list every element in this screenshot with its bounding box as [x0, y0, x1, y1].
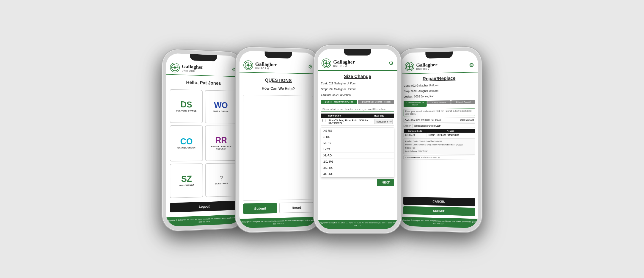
garment-table: Garment Code Reason 15183770 Repair - Be… — [403, 129, 475, 137]
notch-3 — [344, 49, 371, 56]
size-option-xl[interactable]: XL-RG — [321, 153, 394, 159]
footer-text-3: Copyright © Gallagher, Inc. 2023. All ri… — [319, 222, 396, 227]
phone-1: Gallagher UNIFORM ⚙ Hello, Pat Jones DS … — [162, 49, 245, 231]
email-label: Email: * — [404, 125, 412, 127]
footer-text-4: Copyright © Gallagher, Inc. 2023. All ri… — [402, 219, 476, 225]
menu-item-co[interactable]: CO CANCEL ORDER — [170, 125, 203, 161]
date-label: Date: 2/15/24 — [460, 119, 474, 121]
email-row: Email: * — [404, 124, 475, 128]
menu-item-ds[interactable]: DS DELIVERY STATUS — [170, 89, 203, 123]
description-cell: Shirt CS Snag-Proof Polo LS White RNT DG… — [327, 118, 373, 126]
screen-4-content: Repair/Replace Cust: 022 Gallagher Unifo… — [400, 73, 478, 219]
svg-point-7 — [408, 65, 411, 68]
menu-item-sz[interactable]: SZ SIZE CHANGE — [170, 164, 203, 198]
product-checkbox[interactable] — [322, 119, 326, 122]
menu-item-questions[interactable]: ? QUESTIONS — [205, 163, 238, 197]
logo-4: Gallagher UNIFORM — [404, 61, 437, 72]
reset-button[interactable]: Reset — [279, 202, 313, 213]
plus-icon: + — [405, 156, 406, 158]
logo-text-2: Gallagher UNIFORM — [255, 62, 277, 70]
size-option-m[interactable]: M-RG — [321, 140, 394, 146]
logo-text-1: Gallagher UNIFORM — [182, 64, 203, 73]
phone-3: Gallagher UNIFORM ⚙ Size Change Cust: 02… — [314, 45, 401, 233]
co-abbr: CO — [180, 137, 193, 146]
size-option-xs[interactable]: XS-RG — [321, 128, 394, 134]
logout-button[interactable]: Logout — [170, 201, 238, 212]
gallagher-logo-4 — [404, 62, 414, 72]
submit-button-4[interactable]: SUBMIT — [403, 206, 475, 216]
email-input[interactable] — [412, 124, 475, 128]
gallagher-logo-1 — [170, 62, 180, 73]
phone-2-screen: Gallagher UNIFORM ⚙ QUESTIONS How Can We… — [239, 51, 317, 228]
greeting-text: Hello, Pat Jones — [170, 79, 236, 87]
svg-point-5 — [325, 62, 328, 65]
questions-subtitle: How Can We Help? — [243, 86, 313, 91]
questions-btn-row: Submit Reset — [243, 202, 313, 214]
size-option-l[interactable]: L-RG — [321, 146, 394, 153]
notch-4 — [425, 52, 453, 59]
size-option-s[interactable]: S-RG — [321, 134, 394, 140]
questions-label: QUESTIONS — [215, 182, 228, 185]
notch-2 — [265, 52, 292, 59]
step-4-1: 1 Select Garments for Repair — [404, 101, 427, 107]
settings-icon-3[interactable]: ⚙ — [389, 60, 394, 67]
next-button[interactable]: NEXT — [377, 179, 394, 186]
logo-uniform-2: UNIFORM — [255, 67, 277, 70]
gallagher-logo-2 — [243, 60, 253, 70]
size-option-3xl[interactable]: 3XL-RG — [321, 165, 394, 171]
logo-2: Gallagher UNIFORM — [243, 60, 277, 71]
questions-textarea[interactable] — [243, 95, 313, 201]
gallagher-logo-3 — [321, 58, 332, 68]
action-buttons: CANCEL SUBMIT — [403, 197, 475, 216]
step-2: 2 Submit Size Change Request — [358, 100, 394, 104]
stop-row-4: Stop: 999 Gallagher Uniform — [404, 88, 475, 94]
step-4-2: 2 Verify Request — [427, 100, 450, 104]
logo-uniform-4: UNIFORM — [416, 68, 438, 70]
garment-detail: Product Code: CS410LS-White-RNT-022 Prod… — [403, 138, 475, 154]
cust-row: Cust: 022 Gallagher Uniform — [321, 81, 394, 86]
menu-item-wo[interactable]: WO WORK ORDER — [205, 90, 237, 123]
screen-2-content: QUESTIONS How Can We Help? Submit Reset — [239, 73, 317, 219]
steps-bar-4: 1 Select Garments for Repair 2 Verify Re… — [404, 100, 475, 107]
cancel-button[interactable]: CANCEL — [403, 197, 475, 206]
product-code-detail: Product Code: CS410LS-White-RNT-022 — [405, 140, 473, 143]
cust-row-4: Cust: 022 Gallagher Uniform — [404, 83, 475, 88]
locker-row-4: Locker: 0002 Jones, Pat — [404, 94, 475, 99]
phone-4-screen: Gallagher UNIFORM ⚙ Repair/Replace Cust:… — [400, 51, 478, 228]
submit-button[interactable]: Submit — [243, 203, 277, 214]
logo-name-2: Gallagher — [255, 62, 277, 68]
stop-row: Stop: 999 Gallagher Uniform — [321, 87, 394, 92]
settings-icon-4[interactable]: ⚙ — [469, 62, 474, 69]
logo-uniform-3: UNIFORM — [333, 65, 355, 68]
garment-code-header: Garment Code — [404, 129, 427, 133]
sz-label: SIZE CHANGE — [179, 184, 194, 187]
rr-label: REPAIR / REPLACE REQUEST — [208, 145, 235, 150]
logo-uniform-1: UNIFORM — [182, 69, 203, 73]
settings-icon-2[interactable]: ⚙ — [308, 64, 312, 70]
svg-point-3 — [247, 64, 249, 66]
svg-point-1 — [174, 66, 176, 69]
product-table: Description New Size Shirt CS Snag-Proof… — [321, 114, 394, 126]
reason-header: Reason — [427, 129, 475, 133]
screen-3-content: Size Change Cust: 022 Gallagher Uniform … — [318, 71, 398, 220]
phone-3-screen: Gallagher UNIFORM ⚙ Size Change Cust: 02… — [318, 49, 398, 229]
locker-row: Locker: 0002 Pat Jones — [321, 93, 394, 97]
size-select[interactable]: Select an option — [374, 119, 392, 124]
rr-abbr: RR — [216, 136, 227, 145]
size-option-4xl[interactable]: 4XL-RG — [321, 171, 394, 177]
sz-abbr: SZ — [181, 175, 192, 183]
logo-3: Gallagher UNIFORM — [321, 58, 355, 68]
footer-text-1: Copyright © Gallagher, Inc. 2023. All ri… — [167, 216, 240, 223]
menu-item-rr[interactable]: RR REPAIR / REPLACE REQUEST — [205, 125, 237, 161]
repair-replace-title: Repair/Replace — [404, 75, 475, 82]
size-option-2xl[interactable]: 2XL-RG — [321, 159, 394, 165]
reliable-input[interactable] — [421, 156, 474, 159]
logo-text-4: Gallagher UNIFORM — [416, 62, 438, 70]
screen-1-content: Hello, Pat Jones DS DELIVERY STATUS WO W… — [166, 75, 241, 217]
questions-title: QUESTIONS — [243, 77, 313, 84]
logo-name-3: Gallagher — [333, 59, 355, 65]
checkbox-header — [321, 114, 327, 118]
wo-abbr: WO — [214, 101, 228, 109]
footer-text-2: Copyright © Gallagher, Inc. 2023. All ri… — [242, 219, 315, 225]
row-checkbox-cell — [321, 118, 327, 126]
